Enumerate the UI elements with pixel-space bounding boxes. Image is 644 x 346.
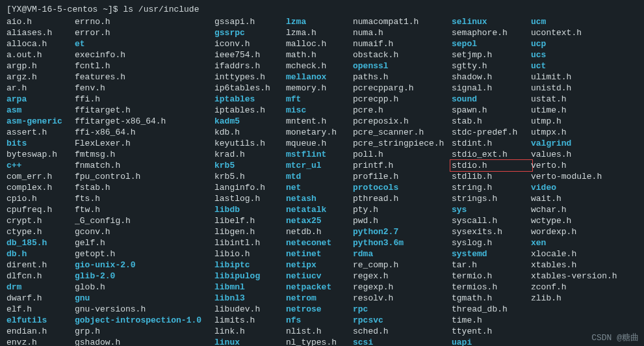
directory-entry: uapi: [452, 337, 531, 346]
file-entry: wchar.h: [531, 204, 635, 215]
directory-entry: xen: [531, 237, 635, 248]
file-entry: fenv.h: [75, 83, 214, 94]
directory-entry: mstflint: [286, 149, 353, 160]
file-entry: unistd.h: [531, 83, 635, 94]
file-entry: fmtmsg.h: [75, 149, 214, 160]
ls-column: gssapi.hgssrpciconv.hieee754.hifaddrs.hi…: [214, 16, 286, 346]
directory-entry: linux: [214, 337, 286, 346]
file-entry: spawn.h: [452, 105, 531, 116]
ls-column: aio.haliases.halloca.ha.out.hargp.hargz.…: [6, 16, 75, 346]
file-entry: alloca.h: [6, 38, 75, 49]
file-entry: termio.h: [452, 271, 531, 282]
file-entry: time.h: [452, 315, 531, 326]
file-entry: values.h: [531, 149, 635, 160]
directory-entry: kadm5: [214, 116, 286, 127]
file-entry: ulimit.h: [531, 72, 635, 83]
ls-column: selinuxsemaphore.hsepolsetjmp.hsgtty.hsh…: [452, 16, 531, 346]
file-entry: signal.h: [452, 83, 531, 94]
file-entry: krb5.h: [214, 171, 286, 182]
directory-entry: ucp: [531, 38, 635, 49]
file-entry: execinfo.h: [75, 49, 214, 60]
file-entry: monetary.h: [286, 127, 353, 138]
file-entry: xtables.h: [531, 260, 635, 271]
file-entry: libio.h: [214, 248, 286, 260]
directory-entry: ucs: [531, 49, 635, 60]
directory-entry: mft: [286, 94, 353, 105]
ls-column: lzmalzma.hmalloc.hmath.hmcheck.hmellanox…: [286, 16, 353, 346]
file-entry: termios.h: [452, 282, 531, 293]
file-entry: pcrecpp.h: [353, 94, 452, 105]
file-entry: paths.h: [353, 72, 452, 83]
directory-entry: video: [531, 182, 635, 193]
file-entry: limits.h: [214, 315, 286, 326]
file-entry: ucontext.h: [531, 27, 635, 38]
directory-entry: systemd: [452, 248, 531, 260]
file-entry: byteswap.h: [6, 149, 75, 160]
file-entry: stdc-predef.h: [452, 127, 531, 138]
directory-entry: gio-unix-2.0: [75, 260, 214, 271]
file-entry: pcre_stringpiece.h: [353, 138, 452, 149]
file-entry: poll.h: [353, 149, 452, 160]
directory-entry: netatalk: [286, 204, 353, 215]
file-entry: inttypes.h: [214, 72, 286, 83]
file-entry: envz.h: [6, 337, 75, 346]
file-entry: endian.h: [6, 326, 75, 337]
file-entry: pty.h: [353, 204, 452, 215]
file-entry: wctype.h: [531, 215, 635, 226]
file-entry: ip6tables.h: [214, 83, 286, 94]
file-entry: complex.h: [6, 182, 75, 193]
directory-entry: python2.7: [353, 226, 452, 237]
file-entry: gssapi.h: [214, 16, 286, 27]
file-entry: libgen.h: [214, 226, 286, 237]
file-entry: iptables.h: [214, 105, 286, 116]
file-entry: thread_db.h: [452, 304, 531, 315]
file-entry: stdlib.h: [452, 171, 531, 182]
file-entry: pcre.h: [353, 105, 452, 116]
file-entry: sched.h: [353, 326, 452, 337]
file-entry: nlist.h: [286, 326, 353, 337]
file-entry: libintl.h: [214, 237, 286, 248]
file-entry: resolv.h: [353, 293, 452, 304]
file-entry: ctype.h: [6, 226, 75, 237]
file-entry: glob.h: [75, 282, 214, 293]
file-entry: ifaddrs.h: [214, 60, 286, 72]
file-entry: _G_config.h: [75, 215, 214, 226]
file-entry: cpio.h: [6, 193, 75, 204]
file-entry: fcntl.h: [75, 60, 214, 72]
file-entry: ttyent.h: [452, 326, 531, 337]
file-entry: pcre_scanner.h: [353, 127, 452, 138]
shell-prompt[interactable]: [YX@VM-16-5-centos ~]$ ls /usr/include: [6, 4, 638, 15]
directory-entry: gobject-introspection-1.0: [75, 315, 214, 326]
file-entry: dwarf.h: [6, 293, 75, 304]
file-entry: krad.h: [214, 149, 286, 160]
file-entry: xlocale.h: [531, 248, 635, 260]
directory-entry: protocols: [353, 182, 452, 193]
directory-entry: netash: [286, 193, 353, 204]
file-entry: nl_types.h: [286, 337, 353, 346]
file-entry: a.out.h: [6, 49, 75, 60]
file-entry: strings.h: [452, 193, 531, 204]
file-entry: errno.h: [75, 16, 214, 27]
file-entry: getopt.h: [75, 248, 214, 260]
file-entry: ar.h: [6, 83, 75, 94]
directory-entry: libiptc: [214, 260, 286, 271]
prompt-userhost: [YX@VM-16-5-centos ~]$: [6, 5, 118, 14]
file-entry: printf.h: [353, 160, 452, 171]
ls-output: aio.haliases.halloca.ha.out.hargp.hargz.…: [6, 16, 638, 346]
file-entry: gnu-versions.h: [75, 304, 214, 315]
file-entry: fnmatch.h: [75, 160, 214, 171]
directory-entry: misc: [286, 105, 353, 116]
directory-entry: asm-generic: [6, 116, 75, 127]
directory-entry: gnu: [75, 293, 214, 304]
directory-entry: drm: [6, 282, 75, 293]
file-entry: fts.h: [75, 193, 214, 204]
file-entry: assert.h: [6, 127, 75, 138]
directory-entry: neteconet: [286, 237, 353, 248]
file-entry: numaif.h: [353, 38, 452, 49]
file-entry: stdio_ext.h: [452, 149, 531, 160]
file-entry: string.h: [452, 182, 531, 193]
directory-entry: libmnl: [214, 282, 286, 293]
directory-entry: netax25: [286, 215, 353, 226]
ls-column: ucmucontext.hucpucsuctulimit.hunistd.hus…: [531, 16, 635, 346]
file-entry: mntent.h: [286, 116, 353, 127]
